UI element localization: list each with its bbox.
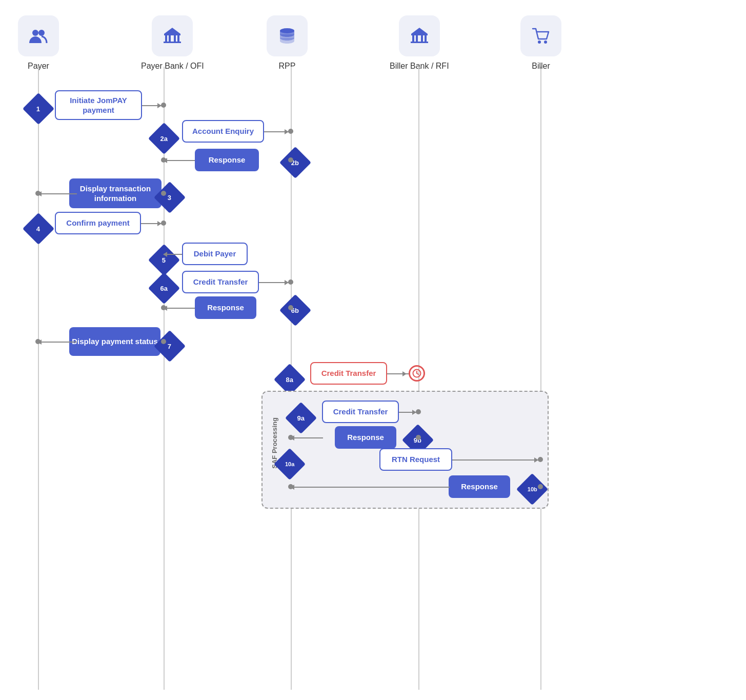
payer-bank-icon-bg: [152, 15, 193, 56]
svg-point-1: [38, 30, 45, 36]
dot-1: [161, 103, 166, 108]
dot-3-right: [161, 191, 166, 196]
svg-rect-11: [412, 35, 414, 42]
arrow-5: [164, 254, 182, 255]
dot-6b-left: [161, 305, 166, 310]
dot-4: [161, 221, 166, 226]
badge-3-label: 3: [168, 193, 171, 201]
response-9b-text: Response: [347, 432, 384, 443]
initiate-jompay-box: Initiate JomPAY payment: [55, 90, 142, 120]
svg-point-18: [544, 41, 547, 44]
diagram: Payer Payer Bank / OFI RP: [0, 0, 746, 700]
arrow-7: [38, 342, 77, 343]
arrow-2b: [164, 160, 195, 161]
biller-icon-bg: [520, 15, 561, 56]
dot-2b-left: [161, 157, 166, 163]
payer-bank-label: Payer Bank / OFI: [141, 62, 204, 71]
arrow-8a: [387, 373, 409, 374]
dot-9a: [416, 409, 421, 414]
display-txn-box: Display transaction information: [69, 178, 162, 208]
arrow-10a: [452, 459, 540, 461]
rtn-request-box: RTN Request: [379, 448, 452, 471]
svg-rect-3: [165, 35, 167, 42]
debit-payer-text: Debit Payer: [194, 249, 236, 259]
badge-8a-label: 8a: [286, 376, 293, 384]
actor-rpp: RPP: [267, 15, 308, 71]
credit-transfer-9a-text: Credit Transfer: [333, 407, 388, 417]
dot-2b-right: [288, 157, 293, 163]
account-enquiry-box: Account Enquiry: [182, 120, 264, 143]
dot-9b-right: [416, 435, 421, 440]
lifeline-biller: [540, 67, 541, 690]
dot-10b-left: [288, 484, 293, 489]
badge-2a-label: 2a: [160, 135, 168, 143]
response-2b-box: Response: [195, 149, 259, 171]
response-6b-text: Response: [207, 303, 244, 313]
svg-point-17: [538, 41, 541, 44]
clock-icon: [409, 365, 425, 382]
dot-2a: [288, 129, 293, 134]
dot-7-left: [35, 339, 41, 344]
cart-icon: [531, 26, 551, 46]
clock-svg: [412, 369, 421, 378]
display-txn-text: Display transaction information: [69, 184, 162, 204]
bank-icon: [162, 26, 183, 46]
svg-rect-13: [421, 35, 423, 42]
badge-1-label: 1: [36, 105, 40, 112]
actor-payer-bank: Payer Bank / OFI: [141, 15, 204, 71]
badge-6b: 6b: [279, 294, 311, 326]
payer-icon-bg: [18, 15, 59, 56]
rpp-icon-bg: [267, 15, 308, 56]
badge-1: 1: [23, 93, 54, 125]
credit-transfer-8a-text: Credit Transfer: [321, 368, 376, 378]
arrow-4: [141, 223, 164, 224]
badge-4: 4: [23, 213, 54, 245]
dot-7-right: [161, 339, 166, 344]
badge-6a-label: 6a: [160, 285, 168, 292]
debit-payer-box: Debit Payer: [182, 243, 248, 265]
svg-rect-10: [411, 34, 428, 35]
svg-rect-6: [177, 35, 179, 42]
database-icon: [277, 26, 297, 46]
response-9b-box: Response: [335, 426, 396, 449]
credit-transfer-6a-text: Credit Transfer: [193, 277, 248, 287]
actor-biller-bank: Biller Bank / RFI: [390, 15, 449, 71]
svg-rect-15: [411, 42, 428, 43]
display-payment-box: Display payment status: [69, 327, 160, 356]
badge-4-label: 4: [36, 225, 40, 232]
response-2b-text: Response: [209, 155, 246, 165]
initiate-jompay-text: Initiate JomPAY payment: [56, 95, 141, 115]
svg-rect-2: [164, 34, 180, 35]
biller-bank-icon-bg: [399, 15, 440, 56]
svg-rect-4: [169, 35, 171, 42]
response-6b-box: Response: [195, 296, 256, 319]
lifeline-payer: [38, 67, 39, 690]
display-payment-text: Display payment status: [72, 336, 158, 347]
svg-rect-14: [425, 35, 427, 42]
credit-transfer-9a-box: Credit Transfer: [322, 401, 399, 423]
arrow-10b: [291, 487, 450, 488]
rtn-request-text: RTN Request: [392, 454, 440, 465]
people-icon: [28, 26, 49, 46]
svg-marker-8: [164, 28, 180, 34]
badge-2b: 2b: [279, 147, 311, 178]
svg-line-21: [417, 373, 418, 374]
response-10b-text: Response: [461, 482, 498, 492]
response-10b-box: Response: [449, 475, 510, 498]
arrow-9b: [291, 437, 323, 438]
svg-rect-5: [174, 35, 176, 42]
dot-6a: [288, 279, 293, 285]
badge-10b-label: 10b: [528, 486, 537, 492]
svg-point-0: [32, 30, 38, 36]
dot-3-left: [35, 191, 41, 196]
badge-5: 5: [148, 244, 180, 276]
actor-payer: Payer: [18, 15, 59, 71]
actor-biller: Biller: [520, 15, 561, 71]
confirm-payment-box: Confirm payment: [55, 212, 141, 234]
arrow-6b: [164, 308, 195, 309]
svg-rect-12: [416, 35, 418, 42]
arrow-6a: [259, 282, 291, 283]
biller-bank-icon: [409, 26, 430, 46]
badge-9a-label: 9a: [297, 414, 305, 422]
credit-transfer-6a-box: Credit Transfer: [182, 271, 259, 293]
